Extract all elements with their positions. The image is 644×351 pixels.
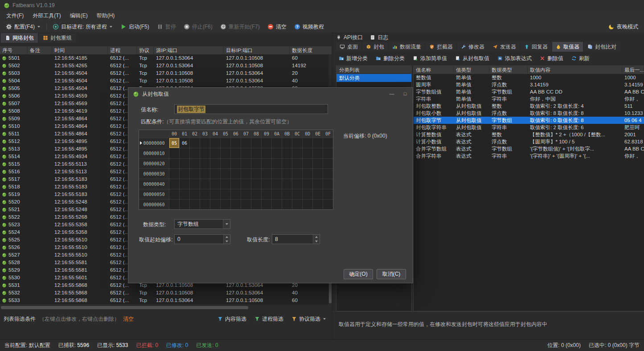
hex-cell[interactable]: [303, 159, 312, 168]
hex-cell[interactable]: [210, 169, 220, 179]
hex-cell[interactable]: [200, 148, 210, 158]
hex-cell[interactable]: [221, 138, 230, 148]
hex-cell[interactable]: [313, 179, 323, 189]
column-header-protocol[interactable]: 协议: [137, 46, 154, 54]
hex-cell[interactable]: [323, 138, 333, 148]
hex-cell[interactable]: [221, 148, 230, 158]
hex-cell[interactable]: [231, 200, 241, 209]
hex-cell[interactable]: [180, 169, 189, 179]
tab-packet-reassembly[interactable]: 封包重组: [39, 33, 76, 43]
hex-cell[interactable]: [272, 169, 282, 179]
tutorial-button[interactable]: ? 视频教程: [291, 22, 327, 32]
target-process-button[interactable]: 目标进程: 所有进程: [49, 22, 116, 32]
hex-cell[interactable]: [313, 148, 323, 158]
value-row[interactable]: 整数值简单值整数10001000: [414, 74, 644, 81]
night-mode-button[interactable]: 夜晚模式: [605, 22, 641, 32]
packet-row[interactable]: 550412:16:55:45046512 (...Tcp127.0.0.1:1…: [0, 77, 332, 85]
column-header-process[interactable]: 进程: [108, 46, 137, 54]
dialog-minimize-button[interactable]: —: [387, 90, 397, 98]
process-filter-button[interactable]: 进程筛选: [252, 315, 286, 323]
hex-cell[interactable]: [210, 189, 220, 199]
hex-cell[interactable]: [190, 200, 200, 209]
hex-cell[interactable]: [272, 189, 282, 199]
tab-modifier[interactable]: 修改器: [457, 42, 488, 52]
hex-cell[interactable]: [180, 179, 189, 189]
hex-cell[interactable]: [251, 169, 261, 179]
hex-cell[interactable]: [251, 179, 261, 189]
menu-item-external-tools[interactable]: 外部工具(T): [28, 11, 65, 21]
extract-from-packet-button[interactable]: 从封包取值: [452, 54, 492, 63]
hex-cell[interactable]: [303, 169, 312, 179]
tab-desktop[interactable]: 桌面: [336, 42, 361, 52]
length-spinner[interactable]: 8: [272, 234, 320, 244]
spin-up-button[interactable]: [313, 235, 320, 239]
hex-cell[interactable]: [262, 159, 271, 168]
hex-cell[interactable]: [241, 179, 251, 189]
hex-cell[interactable]: [200, 169, 210, 179]
restart-button[interactable]: 重新开始(F7): [217, 22, 263, 32]
spin-up-button[interactable]: [224, 235, 230, 239]
hex-cell[interactable]: [282, 148, 292, 158]
hex-cell[interactable]: [169, 189, 179, 199]
column-header-length[interactable]: 数据长度: [290, 46, 332, 54]
hex-cell[interactable]: [292, 138, 302, 148]
hex-cell[interactable]: [262, 200, 271, 209]
hex-cell[interactable]: [169, 159, 179, 168]
hex-cell[interactable]: 06: [180, 138, 189, 148]
column-header-type[interactable]: 值类型: [454, 66, 489, 74]
hex-cell[interactable]: [241, 159, 251, 168]
hex-cell[interactable]: [221, 179, 230, 189]
hex-cell[interactable]: [282, 200, 292, 209]
hex-cell[interactable]: [282, 179, 292, 189]
data-type-select[interactable]: 字节数组: [174, 219, 230, 229]
add-simple-value-button[interactable]: 添加简单值: [410, 54, 450, 63]
category-item[interactable]: 默认分类: [336, 74, 411, 82]
column-header-note[interactable]: 备注: [28, 46, 52, 54]
hex-cell[interactable]: [292, 179, 302, 189]
hex-cell[interactable]: [200, 200, 210, 209]
hex-cell[interactable]: [241, 169, 251, 179]
hex-cell[interactable]: [231, 169, 241, 179]
hex-cell[interactable]: [282, 189, 292, 199]
tab-extractor[interactable]: 取值器: [552, 42, 583, 52]
hex-cell[interactable]: [262, 138, 271, 148]
content-filter-button[interactable]: 内容筛选: [215, 315, 249, 323]
tab-sender[interactable]: 发送器: [489, 42, 520, 52]
hex-cell[interactable]: [272, 179, 282, 189]
api-panel-toggle[interactable]: API接口: [336, 34, 363, 41]
packet-row[interactable]: 553212:16:55:58686512 (...Tcp127.0.0.1:1…: [0, 289, 332, 297]
hex-cell[interactable]: [231, 189, 241, 199]
hex-cell[interactable]: [210, 179, 220, 189]
menu-item-edit[interactable]: 编辑(E): [66, 11, 92, 21]
ok-button[interactable]: 确定(O): [344, 269, 373, 279]
menu-item-help[interactable]: 帮助(H): [92, 11, 119, 21]
tab-packet[interactable]: 封包: [362, 42, 388, 52]
hex-cell[interactable]: [303, 200, 312, 209]
hex-cell[interactable]: [169, 169, 179, 179]
hex-cell[interactable]: [251, 189, 261, 199]
hex-cell[interactable]: [231, 159, 241, 168]
column-header-time[interactable]: 时间: [52, 46, 108, 54]
value-row[interactable]: 字节数组值简单值字节数组AA BB CC DDAA BB C: [414, 88, 644, 95]
column-header-seq[interactable]: 序号: [0, 46, 28, 54]
add-expression-button[interactable]: fx添加表达式: [495, 54, 534, 63]
value-row[interactable]: 合并字节数组表达式字节数组'{字节数组值}' + '{封包取字...AA BB …: [414, 145, 644, 152]
delete-value-button[interactable]: 删除值: [537, 54, 566, 63]
column-header-content[interactable]: 取值内容: [528, 66, 622, 74]
hex-cell[interactable]: [190, 159, 200, 168]
clear-button[interactable]: 清空: [264, 22, 290, 32]
tab-interceptor[interactable]: 拦截器: [426, 42, 456, 52]
hex-cell[interactable]: [262, 148, 271, 158]
column-header-data-type[interactable]: 数据类型: [489, 66, 528, 74]
dialog-maximize-button[interactable]: □: [400, 90, 410, 98]
column-header-destination[interactable]: 目标IP:端口: [224, 46, 290, 54]
delete-category-button[interactable]: 删除分类: [373, 54, 407, 63]
value-row[interactable]: 计算小数值表达式浮点数【圆周率】* 100 / 562.8318: [414, 138, 644, 145]
hex-match-grid[interactable]: 000102030405060708090A0B0C0D0E0F00000000…: [139, 130, 333, 210]
hex-cell[interactable]: [190, 138, 200, 148]
refresh-button[interactable]: 刷新: [569, 54, 592, 63]
hex-cell[interactable]: [282, 169, 292, 179]
value-row[interactable]: 合并字符串表达式字符串'{字符串}' + '{圆周率}' + '{...你好，: [414, 152, 644, 159]
hex-cell[interactable]: [200, 189, 210, 199]
hex-cell[interactable]: [323, 189, 333, 199]
